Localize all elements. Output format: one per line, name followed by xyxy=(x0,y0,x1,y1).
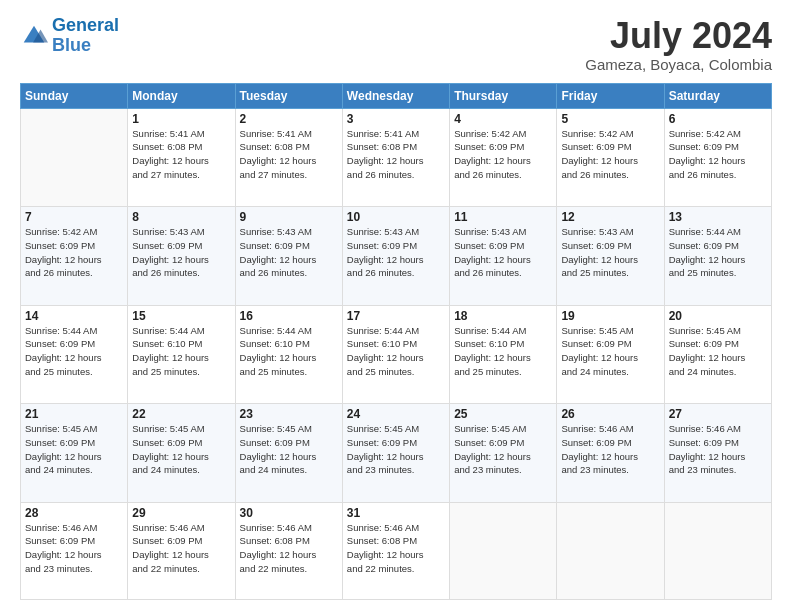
main-title: July 2024 xyxy=(585,16,772,56)
day-info: Sunrise: 5:45 AM Sunset: 6:09 PM Dayligh… xyxy=(25,422,123,477)
calendar-cell xyxy=(664,502,771,599)
day-info: Sunrise: 5:45 AM Sunset: 6:09 PM Dayligh… xyxy=(240,422,338,477)
calendar-cell: 24Sunrise: 5:45 AM Sunset: 6:09 PM Dayli… xyxy=(342,404,449,503)
day-info: Sunrise: 5:43 AM Sunset: 6:09 PM Dayligh… xyxy=(132,225,230,280)
title-block: July 2024 Gameza, Boyaca, Colombia xyxy=(585,16,772,73)
page: General Blue July 2024 Gameza, Boyaca, C… xyxy=(0,0,792,612)
calendar-cell: 10Sunrise: 5:43 AM Sunset: 6:09 PM Dayli… xyxy=(342,207,449,306)
calendar-week-2: 7Sunrise: 5:42 AM Sunset: 6:09 PM Daylig… xyxy=(21,207,772,306)
calendar-cell: 5Sunrise: 5:42 AM Sunset: 6:09 PM Daylig… xyxy=(557,108,664,207)
day-info: Sunrise: 5:41 AM Sunset: 6:08 PM Dayligh… xyxy=(347,127,445,182)
calendar-cell: 21Sunrise: 5:45 AM Sunset: 6:09 PM Dayli… xyxy=(21,404,128,503)
day-info: Sunrise: 5:42 AM Sunset: 6:09 PM Dayligh… xyxy=(25,225,123,280)
calendar-cell: 16Sunrise: 5:44 AM Sunset: 6:10 PM Dayli… xyxy=(235,305,342,404)
day-info: Sunrise: 5:46 AM Sunset: 6:08 PM Dayligh… xyxy=(240,521,338,576)
calendar-cell: 23Sunrise: 5:45 AM Sunset: 6:09 PM Dayli… xyxy=(235,404,342,503)
calendar-cell: 17Sunrise: 5:44 AM Sunset: 6:10 PM Dayli… xyxy=(342,305,449,404)
day-info: Sunrise: 5:42 AM Sunset: 6:09 PM Dayligh… xyxy=(561,127,659,182)
calendar-cell: 30Sunrise: 5:46 AM Sunset: 6:08 PM Dayli… xyxy=(235,502,342,599)
calendar-cell xyxy=(557,502,664,599)
calendar-week-4: 21Sunrise: 5:45 AM Sunset: 6:09 PM Dayli… xyxy=(21,404,772,503)
calendar-cell: 4Sunrise: 5:42 AM Sunset: 6:09 PM Daylig… xyxy=(450,108,557,207)
calendar-cell: 11Sunrise: 5:43 AM Sunset: 6:09 PM Dayli… xyxy=(450,207,557,306)
day-number: 21 xyxy=(25,407,123,421)
calendar-cell: 1Sunrise: 5:41 AM Sunset: 6:08 PM Daylig… xyxy=(128,108,235,207)
day-info: Sunrise: 5:42 AM Sunset: 6:09 PM Dayligh… xyxy=(669,127,767,182)
day-number: 25 xyxy=(454,407,552,421)
calendar-cell: 12Sunrise: 5:43 AM Sunset: 6:09 PM Dayli… xyxy=(557,207,664,306)
weekday-header-tuesday: Tuesday xyxy=(235,83,342,108)
day-number: 27 xyxy=(669,407,767,421)
day-info: Sunrise: 5:44 AM Sunset: 6:10 PM Dayligh… xyxy=(347,324,445,379)
calendar-cell: 2Sunrise: 5:41 AM Sunset: 6:08 PM Daylig… xyxy=(235,108,342,207)
calendar-cell: 25Sunrise: 5:45 AM Sunset: 6:09 PM Dayli… xyxy=(450,404,557,503)
calendar-week-3: 14Sunrise: 5:44 AM Sunset: 6:09 PM Dayli… xyxy=(21,305,772,404)
day-info: Sunrise: 5:45 AM Sunset: 6:09 PM Dayligh… xyxy=(347,422,445,477)
calendar-cell: 20Sunrise: 5:45 AM Sunset: 6:09 PM Dayli… xyxy=(664,305,771,404)
day-number: 28 xyxy=(25,506,123,520)
day-info: Sunrise: 5:46 AM Sunset: 6:09 PM Dayligh… xyxy=(561,422,659,477)
weekday-header-wednesday: Wednesday xyxy=(342,83,449,108)
day-number: 19 xyxy=(561,309,659,323)
day-number: 4 xyxy=(454,112,552,126)
day-info: Sunrise: 5:44 AM Sunset: 6:09 PM Dayligh… xyxy=(25,324,123,379)
day-number: 29 xyxy=(132,506,230,520)
calendar-cell: 28Sunrise: 5:46 AM Sunset: 6:09 PM Dayli… xyxy=(21,502,128,599)
subtitle: Gameza, Boyaca, Colombia xyxy=(585,56,772,73)
day-number: 10 xyxy=(347,210,445,224)
calendar-cell: 7Sunrise: 5:42 AM Sunset: 6:09 PM Daylig… xyxy=(21,207,128,306)
logo: General Blue xyxy=(20,16,119,56)
day-number: 7 xyxy=(25,210,123,224)
day-info: Sunrise: 5:41 AM Sunset: 6:08 PM Dayligh… xyxy=(240,127,338,182)
logo-text: General Blue xyxy=(52,16,119,56)
day-number: 15 xyxy=(132,309,230,323)
day-info: Sunrise: 5:44 AM Sunset: 6:09 PM Dayligh… xyxy=(669,225,767,280)
logo-icon xyxy=(20,22,48,50)
weekday-header-friday: Friday xyxy=(557,83,664,108)
day-number: 11 xyxy=(454,210,552,224)
day-number: 5 xyxy=(561,112,659,126)
calendar-week-1: 1Sunrise: 5:41 AM Sunset: 6:08 PM Daylig… xyxy=(21,108,772,207)
weekday-header-saturday: Saturday xyxy=(664,83,771,108)
calendar-cell: 29Sunrise: 5:46 AM Sunset: 6:09 PM Dayli… xyxy=(128,502,235,599)
day-number: 20 xyxy=(669,309,767,323)
day-number: 24 xyxy=(347,407,445,421)
day-info: Sunrise: 5:45 AM Sunset: 6:09 PM Dayligh… xyxy=(561,324,659,379)
day-info: Sunrise: 5:42 AM Sunset: 6:09 PM Dayligh… xyxy=(454,127,552,182)
day-info: Sunrise: 5:45 AM Sunset: 6:09 PM Dayligh… xyxy=(454,422,552,477)
calendar-cell: 9Sunrise: 5:43 AM Sunset: 6:09 PM Daylig… xyxy=(235,207,342,306)
day-info: Sunrise: 5:44 AM Sunset: 6:10 PM Dayligh… xyxy=(132,324,230,379)
day-number: 9 xyxy=(240,210,338,224)
weekday-header-sunday: Sunday xyxy=(21,83,128,108)
header: General Blue July 2024 Gameza, Boyaca, C… xyxy=(20,16,772,73)
calendar-week-5: 28Sunrise: 5:46 AM Sunset: 6:09 PM Dayli… xyxy=(21,502,772,599)
day-number: 26 xyxy=(561,407,659,421)
calendar-cell: 19Sunrise: 5:45 AM Sunset: 6:09 PM Dayli… xyxy=(557,305,664,404)
day-info: Sunrise: 5:44 AM Sunset: 6:10 PM Dayligh… xyxy=(240,324,338,379)
day-number: 13 xyxy=(669,210,767,224)
day-info: Sunrise: 5:43 AM Sunset: 6:09 PM Dayligh… xyxy=(347,225,445,280)
day-number: 14 xyxy=(25,309,123,323)
day-number: 1 xyxy=(132,112,230,126)
day-info: Sunrise: 5:45 AM Sunset: 6:09 PM Dayligh… xyxy=(669,324,767,379)
day-info: Sunrise: 5:46 AM Sunset: 6:09 PM Dayligh… xyxy=(132,521,230,576)
calendar-cell: 18Sunrise: 5:44 AM Sunset: 6:10 PM Dayli… xyxy=(450,305,557,404)
weekday-header-monday: Monday xyxy=(128,83,235,108)
day-number: 23 xyxy=(240,407,338,421)
day-info: Sunrise: 5:43 AM Sunset: 6:09 PM Dayligh… xyxy=(240,225,338,280)
day-number: 8 xyxy=(132,210,230,224)
day-info: Sunrise: 5:44 AM Sunset: 6:10 PM Dayligh… xyxy=(454,324,552,379)
day-number: 16 xyxy=(240,309,338,323)
day-info: Sunrise: 5:43 AM Sunset: 6:09 PM Dayligh… xyxy=(454,225,552,280)
calendar-cell xyxy=(21,108,128,207)
weekday-header-thursday: Thursday xyxy=(450,83,557,108)
calendar-cell: 27Sunrise: 5:46 AM Sunset: 6:09 PM Dayli… xyxy=(664,404,771,503)
calendar-cell: 6Sunrise: 5:42 AM Sunset: 6:09 PM Daylig… xyxy=(664,108,771,207)
calendar-cell: 31Sunrise: 5:46 AM Sunset: 6:08 PM Dayli… xyxy=(342,502,449,599)
day-number: 22 xyxy=(132,407,230,421)
calendar-cell: 14Sunrise: 5:44 AM Sunset: 6:09 PM Dayli… xyxy=(21,305,128,404)
day-info: Sunrise: 5:41 AM Sunset: 6:08 PM Dayligh… xyxy=(132,127,230,182)
calendar-cell: 22Sunrise: 5:45 AM Sunset: 6:09 PM Dayli… xyxy=(128,404,235,503)
day-info: Sunrise: 5:46 AM Sunset: 6:09 PM Dayligh… xyxy=(669,422,767,477)
calendar-cell: 26Sunrise: 5:46 AM Sunset: 6:09 PM Dayli… xyxy=(557,404,664,503)
